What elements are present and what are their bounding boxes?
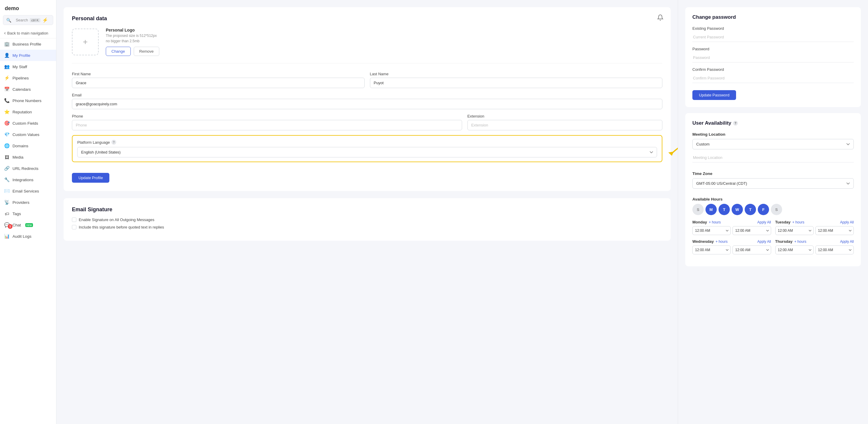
remove-logo-button[interactable]: Remove xyxy=(134,47,159,56)
sidebar-item-reputation[interactable]: Reputation xyxy=(0,106,56,117)
sidebar-item-audit-logs[interactable]: Audit Logs xyxy=(0,231,56,242)
include-signature-checkbox[interactable] xyxy=(72,225,76,229)
main-content: Personal data + Personal Logo The propos… xyxy=(57,0,868,424)
audit-icon xyxy=(4,233,9,239)
logo-info: Personal Logo The proposed size is 512*5… xyxy=(106,28,159,56)
hours-tuesday: Tuesday + hours Apply All 12:00 AM 12:00… xyxy=(775,220,854,235)
hours-thursday: Thursday + hours Apply All 12:00 AM 12:0… xyxy=(775,239,854,254)
sidebar-item-label: Custom Values xyxy=(12,133,39,137)
sidebar-item-my-staff[interactable]: My Staff xyxy=(0,61,56,72)
hours-tuesday-plus[interactable]: + hours xyxy=(792,220,804,224)
sidebar-item-pipelines[interactable]: Pipelines xyxy=(0,72,56,84)
meeting-location-select[interactable]: Custom xyxy=(692,139,854,149)
day-btn-friday[interactable]: F xyxy=(758,204,769,215)
email-row: Email xyxy=(72,93,662,109)
email-signature-card: Email Signature Enable Signature on All … xyxy=(64,198,671,241)
media-icon xyxy=(4,154,9,160)
sidebar-item-domains[interactable]: Domains xyxy=(0,140,56,151)
hours-wednesday-plus[interactable]: + hours xyxy=(716,239,727,244)
meeting-location-label: Meeting Location xyxy=(692,132,854,137)
sidebar-item-media[interactable]: Media xyxy=(0,151,56,163)
sidebar-item-custom-values[interactable]: Custom Values xyxy=(0,129,56,140)
hours-tuesday-from[interactable]: 12:00 AM xyxy=(775,226,814,235)
sidebar-item-providers[interactable]: Providers xyxy=(0,197,56,208)
sidebar-item-chat[interactable]: Chat 9 new xyxy=(0,219,56,231)
hours-tuesday-label: Tuesday xyxy=(775,220,791,224)
custom-values-icon xyxy=(4,132,9,137)
sidebar-item-integrations[interactable]: Integrations xyxy=(0,174,56,186)
sidebar-item-label: Integrations xyxy=(12,178,34,182)
day-btn-sunday[interactable]: S xyxy=(692,204,704,215)
user-availability-card: User Availability ? Meeting Location Cus… xyxy=(685,113,861,266)
sidebar: demo Search ctrl K Back to main navigati… xyxy=(0,0,57,424)
hours-wednesday-apply[interactable]: Apply All xyxy=(757,239,771,244)
hours-monday-to[interactable]: 12:00 AM xyxy=(733,226,771,235)
pipelines-icon xyxy=(4,75,9,81)
search-bar[interactable]: Search ctrl K xyxy=(3,15,53,25)
hours-thursday-header: Thursday + hours Apply All xyxy=(775,239,854,244)
personal-data-card: Personal data + Personal Logo The propos… xyxy=(64,7,671,191)
logo-upload-box[interactable]: + xyxy=(72,29,99,55)
hours-wednesday-from[interactable]: 12:00 AM xyxy=(692,246,731,254)
availability-help-icon[interactable]: ? xyxy=(733,121,738,125)
extension-input[interactable] xyxy=(467,120,662,130)
custom-fields-icon xyxy=(4,120,9,126)
hours-monday-from[interactable]: 12:00 AM xyxy=(692,226,731,235)
timezone-select[interactable]: GMT-05:00 US/Central (CDT) xyxy=(692,178,854,189)
hours-tuesday-apply[interactable]: Apply All xyxy=(840,220,854,224)
sidebar-item-phone-numbers[interactable]: Phone Numbers xyxy=(0,95,56,106)
extension-group: Extension xyxy=(467,114,662,130)
hours-thursday-from[interactable]: 12:00 AM xyxy=(775,246,814,254)
hours-thursday-to[interactable]: 12:00 AM xyxy=(815,246,854,254)
confirm-password-input[interactable] xyxy=(692,74,854,83)
email-group: Email xyxy=(72,93,662,109)
hours-thursday-plus[interactable]: + hours xyxy=(794,239,806,244)
first-name-input[interactable] xyxy=(72,78,365,88)
notification-bell[interactable] xyxy=(657,14,663,22)
day-btn-tuesday[interactable]: T xyxy=(718,204,730,215)
platform-language-select[interactable]: English (United States) xyxy=(77,147,657,158)
email-input[interactable] xyxy=(72,99,662,109)
sidebar-item-tags[interactable]: Tags xyxy=(0,208,56,219)
include-signature-row[interactable]: Include this signature before quoted tex… xyxy=(72,225,662,229)
day-btn-saturday[interactable]: S xyxy=(771,204,782,215)
day-btn-wednesday[interactable]: W xyxy=(732,204,743,215)
sidebar-item-business-profile[interactable]: Business Profile xyxy=(0,38,56,50)
change-logo-button[interactable]: Change xyxy=(106,47,131,56)
sidebar-item-label: My Staff xyxy=(12,64,27,69)
back-to-navigation[interactable]: Back to main navigation xyxy=(0,28,56,38)
day-btn-monday[interactable]: M xyxy=(706,204,717,215)
existing-password-label: Existing Password xyxy=(692,26,854,31)
sidebar-item-label: Audit Logs xyxy=(12,234,31,238)
tags-icon xyxy=(4,211,9,216)
update-profile-button[interactable]: Update Profile xyxy=(72,173,110,183)
last-name-input[interactable] xyxy=(370,78,663,88)
enable-signature-row[interactable]: Enable Signature on All Outgoing Message… xyxy=(72,218,662,222)
update-password-button[interactable]: Update Password xyxy=(692,90,736,100)
sidebar-item-my-profile[interactable]: My Profile xyxy=(0,50,56,61)
password-input[interactable] xyxy=(692,53,854,62)
existing-password-input[interactable] xyxy=(692,32,854,42)
hours-thursday-apply[interactable]: Apply All xyxy=(840,239,854,244)
last-name-label: Last Name xyxy=(370,72,663,76)
providers-icon xyxy=(4,200,9,205)
enable-signature-checkbox[interactable] xyxy=(72,218,76,222)
sidebar-item-email-services[interactable]: Email Services xyxy=(0,186,56,197)
hours-monday-apply[interactable]: Apply All xyxy=(757,220,771,224)
existing-password-group: Existing Password xyxy=(692,26,854,47)
hours-wednesday-to[interactable]: 12:00 AM xyxy=(733,246,771,254)
email-label: Email xyxy=(72,93,662,97)
sidebar-item-calendars[interactable]: Calendars xyxy=(0,84,56,95)
meeting-location-input[interactable] xyxy=(692,153,854,163)
sidebar-item-custom-fields[interactable]: Custom Fields xyxy=(0,117,56,129)
hours-monday-plus[interactable]: + hours xyxy=(709,220,721,224)
chat-new-badge: new xyxy=(25,223,33,227)
day-btn-thursday[interactable]: T xyxy=(745,204,756,215)
hours-tuesday-to[interactable]: 12:00 AM xyxy=(815,226,854,235)
hours-monday-label: Monday xyxy=(692,220,707,224)
sidebar-item-label: URL Redirects xyxy=(12,166,38,171)
platform-language-help-icon[interactable]: ? xyxy=(112,140,116,145)
sidebar-item-url-redirects[interactable]: URL Redirects xyxy=(0,163,56,174)
phone-input[interactable] xyxy=(72,120,462,130)
profile-icon xyxy=(4,53,9,58)
